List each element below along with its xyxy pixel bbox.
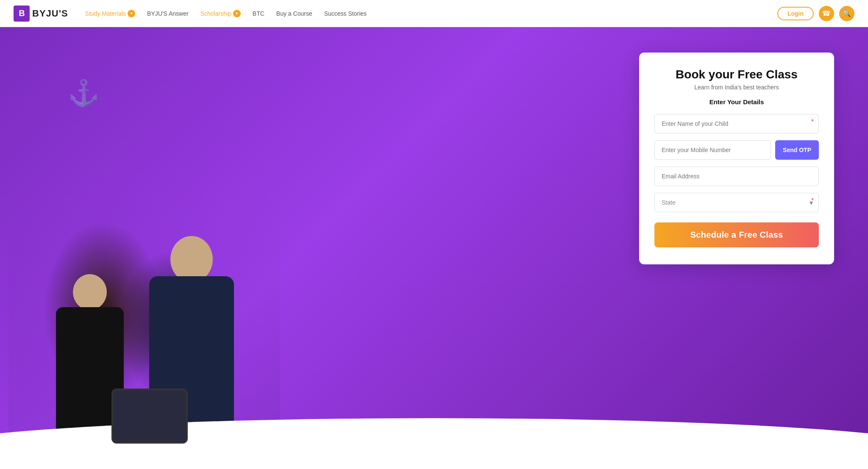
tablet-screen [113, 390, 186, 442]
schedule-free-class-button[interactable]: Schedule a Free Class [654, 222, 819, 247]
logo-link[interactable]: B BYJU'S [14, 6, 68, 22]
mobile-row: Send OTP [654, 140, 819, 160]
nav-item-btc[interactable]: BTC [253, 10, 264, 17]
child-name-group: * [654, 114, 819, 133]
nav-item-scholarship[interactable]: Scholarship ▾ [200, 10, 241, 17]
email-input[interactable] [654, 167, 819, 186]
nav-right: Login ☎ 🔍 [777, 6, 854, 21]
child-name-input[interactable] [654, 114, 819, 133]
phone-icon[interactable]: ☎ [819, 6, 834, 21]
nav-links: Study Materials ▾ BYJU'S Answer Scholars… [85, 10, 777, 17]
logo-letter: B [19, 8, 24, 18]
logo-box: B [14, 6, 30, 22]
email-group [654, 167, 819, 186]
nav-item-buy-course[interactable]: Buy a Course [276, 10, 312, 17]
people-bg [8, 181, 280, 469]
state-select-wrapper: State Maharashtra Delhi Karnataka Tamil … [654, 193, 819, 212]
form-card: Book your Free Class Learn from India's … [639, 53, 834, 264]
form-title: Book your Free Class [654, 68, 819, 81]
login-button[interactable]: Login [777, 7, 814, 20]
scholarship-chevron-icon: ▾ [233, 10, 241, 17]
form-subtitle: Learn from India's best teachers [654, 84, 819, 91]
brand-name: BYJU'S [32, 8, 68, 19]
nav-item-study-materials[interactable]: Study Materials ▾ [85, 10, 135, 17]
people-silhouette [8, 181, 280, 469]
search-icon[interactable]: 🔍 [839, 6, 854, 21]
form-area: Book your Free Class Learn from India's … [639, 53, 834, 264]
tablet-prop [111, 389, 188, 444]
nav-item-success-stories[interactable]: Success Stories [324, 10, 367, 17]
hero-section: ⚓ Book your Free Class Learn from India'… [0, 27, 868, 469]
study-materials-chevron-icon: ▾ [128, 10, 135, 17]
send-otp-button[interactable]: Send OTP [775, 140, 819, 160]
state-group: State Maharashtra Delhi Karnataka Tamil … [654, 193, 819, 212]
mobile-input[interactable] [654, 140, 771, 160]
hero-image-area [0, 27, 477, 469]
nav-item-byjus-answer[interactable]: BYJU'S Answer [147, 10, 189, 17]
form-section-title: Enter Your Details [654, 98, 819, 105]
mobile-group: Send OTP * [654, 140, 819, 160]
state-select[interactable]: State Maharashtra Delhi Karnataka Tamil … [654, 193, 819, 212]
navbar: B BYJU'S Study Materials ▾ BYJU'S Answer… [0, 0, 868, 27]
